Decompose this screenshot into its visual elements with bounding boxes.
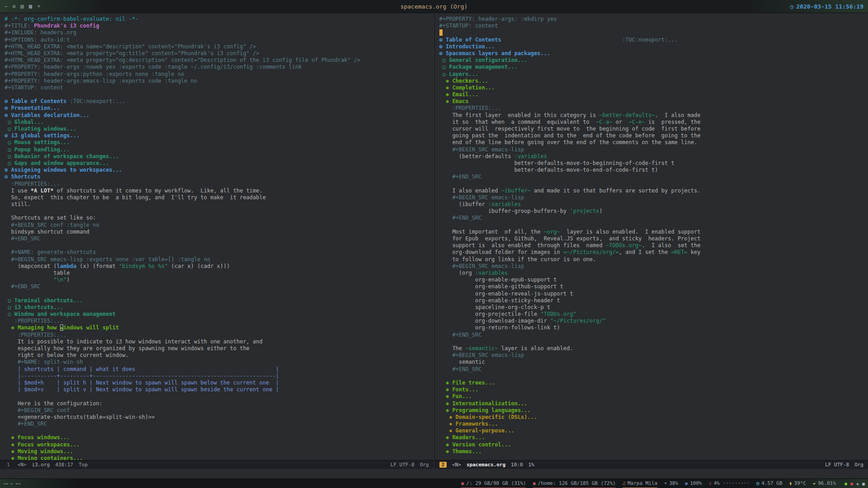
- org-heading-line[interactable]: ✸ Frameworks...: [439, 421, 868, 427]
- buffer-line[interactable]: better-defaults-move-to-beginning-of-cod…: [439, 160, 868, 167]
- module-disk-root[interactable]: ▣/: 29 GB/98 GB (31%): [461, 479, 526, 488]
- buffer-line[interactable]: #+INCLUDE: headers.org: [5, 29, 434, 36]
- buffer-line[interactable]: # -*- org-confirm-babel-evaluate: nil -*…: [5, 16, 434, 23]
- buffer-line[interactable]: #+HTML_HEAD_EXTRA: <meta name="descripti…: [5, 43, 434, 50]
- buffer-line[interactable]: support is also enabled through files na…: [439, 242, 868, 249]
- buffer-line[interactable]: #+PROPERTY: header-args: :mkdirp yes: [439, 16, 868, 23]
- layout-button-1[interactable]: ≡: [12, 3, 15, 9]
- module-battery[interactable]: ▰96.01%: [813, 479, 836, 488]
- buffer-line[interactable]: #+BEGIN_SRC emacs-lisp: [439, 352, 868, 359]
- buffer-line[interactable]: cursor will respectively first move to t…: [439, 126, 868, 132]
- org-heading-line[interactable]: ✱ Email...: [439, 91, 868, 98]
- buffer-line[interactable]: [5, 291, 434, 297]
- org-heading-line[interactable]: ○ Behavior of workspace changes...: [5, 153, 434, 160]
- org-heading-line[interactable]: ✱ File trees...: [439, 380, 868, 386]
- buffer-line[interactable]: [439, 373, 868, 380]
- buffer-line[interactable]: The first layer enabled in this category…: [439, 112, 868, 119]
- layout-button-2[interactable]: ▤: [20, 3, 24, 9]
- org-heading-line[interactable]: ✱ Fonts...: [439, 386, 868, 393]
- buffer-line[interactable]: #+HTML_HEAD_EXTRA: <meta property="og:ti…: [5, 50, 434, 57]
- buffer-line[interactable]: [5, 91, 434, 98]
- buffer-line[interactable]: (ibuffer :variables: [439, 201, 868, 208]
- buffer-line[interactable]: I use *A LOT* of shortcuts when it comes…: [5, 188, 434, 194]
- buffer-line[interactable]: The ~semantic~ layer is also enabled.: [439, 345, 868, 352]
- buffer-line[interactable]: org-enable-reveal-js-support t: [439, 291, 868, 297]
- org-heading-line[interactable]: ⊕ Assigning windows to workspaces...: [5, 167, 434, 174]
- buffer-line[interactable]: Most important of all, the ~org~ layer i…: [439, 229, 868, 235]
- buffer-line[interactable]: :PROPERTIES:...: [439, 105, 868, 112]
- org-heading-line[interactable]: ✱ Moving windows...: [5, 448, 434, 455]
- buffer-line[interactable]: org-projectile-file "TODOs.org": [439, 311, 868, 318]
- buffer-line[interactable]: #+OPTIONS: auto-id:t: [5, 37, 434, 43]
- buffer-line[interactable]: to follow org links if the cursor is on …: [439, 256, 868, 263]
- org-heading-line[interactable]: ✸ Domain-specific (DSLs)...: [439, 414, 868, 421]
- buffer-line[interactable]: | $mod+v | split v | Next window to spaw…: [5, 386, 434, 393]
- buffer-line[interactable]: #+BEGIN_SRC emacs-lisp: [439, 263, 868, 270]
- buffer-line[interactable]: ibuffer-group-buffers-by 'projects): [439, 208, 868, 215]
- left-buffer-text[interactable]: # -*- org-confirm-babel-evaluate: nil -*…: [0, 13, 434, 460]
- module-volume[interactable]: ◉100%: [685, 479, 702, 488]
- org-heading-line[interactable]: ⊖ Shortcuts: [5, 174, 434, 180]
- media-control-1[interactable]: ►: [11, 481, 13, 486]
- org-heading-line[interactable]: ⊕ Variables declaration...: [5, 112, 434, 119]
- buffer-line[interactable]: #+STARTUP: content: [5, 84, 434, 91]
- buffer-line[interactable]: #+END_SRC: [5, 421, 434, 427]
- org-heading-line[interactable]: ○ i3 shortcuts...: [5, 304, 434, 311]
- org-heading-line[interactable]: ○ Gaps and window appearance...: [5, 160, 434, 167]
- module-now-playing[interactable]: ♫Marpa Mila: [623, 479, 657, 488]
- buffer-line[interactable]: (better-defaults :variables: [439, 153, 868, 160]
- buffer-line[interactable]: #+BEGIN_SRC emacs-lisp: [439, 194, 868, 201]
- buffer-line[interactable]: org-download-image-dir "~/Pictures/org/": [439, 318, 868, 324]
- buffer-line[interactable]: #+BEGIN_SRC conf: [5, 407, 434, 414]
- org-heading-line[interactable]: ✱ Programming languages...: [439, 407, 868, 414]
- org-heading-line[interactable]: ○ Mouse settings...: [5, 139, 434, 146]
- buffer-line[interactable]: #+END_SRC: [439, 174, 868, 180]
- buffer-line[interactable]: #+NAME: split-win-sh: [5, 359, 434, 366]
- org-heading-line[interactable]: ✸ General-purpose...: [439, 427, 868, 434]
- buffer-line[interactable]: (org :variables: [439, 270, 868, 277]
- module-disk-home[interactable]: ▣/home: 126 GB/185 GB (72%): [533, 479, 616, 488]
- buffer-line[interactable]: [5, 427, 434, 434]
- buffer-line[interactable]: #+TITLE: Phundrak's i3 config: [5, 23, 434, 29]
- org-heading-line[interactable]: ⊕ Introduction...: [439, 43, 868, 50]
- org-heading-line[interactable]: ○ Popup handling...: [5, 146, 434, 153]
- buffer-line[interactable]: #+NAME: generate-shortcuts: [5, 249, 434, 256]
- module-brightness[interactable]: ☀38%: [664, 479, 678, 488]
- module-temperature[interactable]: ▮39°C: [789, 479, 807, 488]
- buffer-line[interactable]: [439, 181, 868, 188]
- buffer-line[interactable]: [5, 208, 434, 215]
- org-heading-line[interactable]: ⊕ i3 global settings...: [5, 132, 434, 139]
- buffer-line[interactable]: #+BEGIN_SRC conf :tangle no: [5, 222, 434, 229]
- buffer-line[interactable]: Shortcuts are set like so:: [5, 215, 434, 221]
- buffer-line[interactable]: "\n"): [5, 277, 434, 283]
- org-heading-line[interactable]: ✱ Focus windows...: [5, 434, 434, 441]
- buffer-line[interactable]: still.: [5, 201, 434, 208]
- layout-button-3[interactable]: ▦: [29, 3, 32, 9]
- buffer-line[interactable]: #+PROPERTY: header-args:emacs-lisp :expo…: [5, 78, 434, 84]
- right-buffer-text[interactable]: #+PROPERTY: header-args: :mkdirp yes#+ST…: [435, 13, 868, 460]
- org-heading-line[interactable]: ✱ Readers...: [439, 434, 868, 441]
- layout-button-0[interactable]: −: [4, 3, 7, 9]
- buffer-line[interactable]: it so that when a command equivalent to …: [439, 119, 868, 126]
- buffer-line[interactable]: #+END_SRC: [439, 366, 868, 373]
- tray-icon-light[interactable]: ▣: [862, 481, 865, 486]
- buffer-line[interactable]: #+HTML_HEAD_EXTRA: <meta property="og:de…: [5, 57, 434, 64]
- buffer-line[interactable]: org-download folder for images in =~/Pic…: [439, 249, 868, 256]
- buffer-line[interactable]: right or below the current window.: [5, 352, 434, 359]
- buffer-line[interactable]: I also enabled ~ibuffer~ and made it so …: [439, 188, 868, 194]
- buffer-line[interactable]: #+END_SRC: [439, 215, 868, 221]
- buffer-line[interactable]: org-enable-sticky-header t: [439, 297, 868, 304]
- org-heading-line[interactable]: ✱ Emacs: [439, 98, 868, 105]
- buffer-line[interactable]: Here is the configuration:: [5, 400, 434, 407]
- buffer-line[interactable]: org-enable-github-support t: [439, 283, 868, 290]
- buffer-line[interactable]: :PROPERTIES:...: [5, 181, 434, 188]
- org-heading-line[interactable]: ○ General configuration...: [439, 57, 868, 64]
- tray-dot-green[interactable]: ●: [844, 481, 847, 486]
- buffer-line[interactable]: | shortcuts | command | what it does |: [5, 366, 434, 373]
- tray-dot-red[interactable]: ●: [850, 481, 853, 486]
- buffer-line[interactable]: | $mod+h | split h | Next window to spaw…: [5, 380, 434, 386]
- buffer-line[interactable]: [439, 29, 868, 36]
- org-heading-line[interactable]: ✱ Internationalization...: [439, 400, 868, 407]
- media-control-2[interactable]: ►►: [16, 481, 21, 486]
- org-heading-line[interactable]: ○ Layers...: [439, 71, 868, 78]
